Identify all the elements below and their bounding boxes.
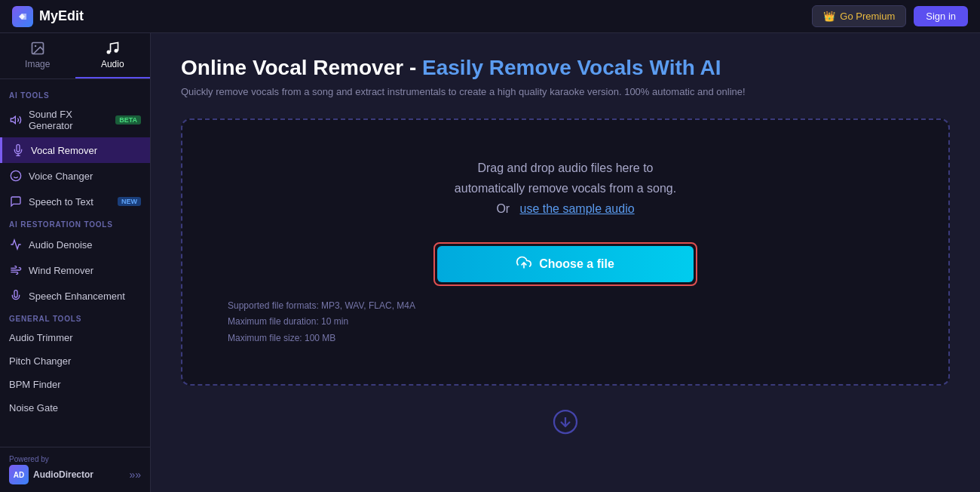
noise-gate-label: Noise Gate <box>9 402 58 414</box>
tab-audio[interactable]: Audio <box>75 33 151 78</box>
title-part2: Easily Remove Vocals With AI <box>422 56 721 79</box>
scroll-down-indicator <box>181 408 950 435</box>
audio-denoise-label: Audio Denoise <box>29 239 93 251</box>
audio-trimmer-label: Audio Trimmer <box>9 332 73 343</box>
powered-by-label: Powered by <box>9 455 141 463</box>
bpm-finder-label: BPM Finder <box>9 379 61 390</box>
speech-enhancement-icon <box>9 289 23 303</box>
sidebar: Image Audio AI TOOLS <box>0 33 151 492</box>
voice-changer-label: Voice Changer <box>29 171 93 182</box>
sidebar-item-wind-remover[interactable]: Wind Remover <box>0 257 150 283</box>
svg-point-2 <box>107 51 111 54</box>
download-circle-icon <box>552 408 579 435</box>
audiodirector-icon: AD <box>9 465 29 484</box>
audiodirector-brand: AudioDirector <box>33 469 93 480</box>
premium-label: Go Premium <box>840 11 895 22</box>
sound-fx-label: Sound FX Generator <box>29 109 109 131</box>
new-badge: NEW <box>118 197 141 206</box>
sidebar-item-vocal-remover[interactable]: Vocal Remover <box>0 137 150 163</box>
wind-remover-label: Wind Remover <box>29 265 93 276</box>
title-separator: - <box>409 56 422 79</box>
file-format-info: Supported file formats: MP3, WAV, FLAC, … <box>228 298 415 315</box>
audio-denoise-icon <box>9 238 23 251</box>
pitch-changer-label: Pitch Changer <box>9 355 71 367</box>
tab-image-label: Image <box>25 59 50 69</box>
svg-point-3 <box>115 49 118 53</box>
sample-audio-link[interactable]: use the sample audio <box>520 202 635 215</box>
file-info: Supported file formats: MP3, WAV, FLAC, … <box>228 298 415 347</box>
wind-remover-icon <box>9 263 23 277</box>
choose-file-button[interactable]: Choose a file <box>437 246 694 282</box>
image-tab-icon <box>30 41 45 56</box>
tab-audio-label: Audio <box>101 59 124 69</box>
sidebar-content: AI TOOLS Sound FX Generator BETA <box>0 79 150 447</box>
crown-icon: 👑 <box>823 11 835 22</box>
sound-fx-icon <box>9 113 23 127</box>
sidebar-tabs: Image Audio <box>0 33 150 79</box>
sidebar-item-speech-to-text[interactable]: Speech to Text NEW <box>0 189 150 214</box>
signin-button[interactable]: Sign in <box>914 6 968 26</box>
sidebar-item-audio-denoise[interactable]: Audio Denoise <box>0 232 150 257</box>
go-premium-button[interactable]: 👑 Go Premium <box>812 5 906 27</box>
audio-tab-icon <box>105 41 120 56</box>
svg-point-1 <box>35 45 37 48</box>
voice-changer-icon <box>9 169 23 183</box>
main-content: Online Vocal Remover - Easily Remove Voc… <box>151 33 980 492</box>
or-text: Or <box>496 202 510 215</box>
tab-image[interactable]: Image <box>0 33 75 78</box>
speech-to-text-icon <box>9 195 23 208</box>
speech-enhancement-label: Speech Enhancement <box>29 291 125 302</box>
logo: MyEdit <box>12 6 84 27</box>
sidebar-item-voice-changer[interactable]: Voice Changer <box>0 163 150 189</box>
dropzone[interactable]: Drag and drop audio files here toautomat… <box>181 118 950 386</box>
logo-icon <box>12 6 33 27</box>
sidebar-item-noise-gate[interactable]: Noise Gate <box>0 396 150 420</box>
vocal-remover-label: Vocal Remover <box>31 145 97 156</box>
choose-file-wrapper: Choose a file <box>433 242 697 286</box>
page-subtitle: Quickly remove vocals from a song and ex… <box>181 86 950 97</box>
page-title: Online Vocal Remover - Easily Remove Voc… <box>181 56 950 80</box>
topbar-actions: 👑 Go Premium Sign in <box>812 5 968 27</box>
sidebar-item-sound-fx[interactable]: Sound FX Generator BETA <box>0 103 150 137</box>
sidebar-item-pitch-changer[interactable]: Pitch Changer <box>0 349 150 373</box>
sidebar-footer: Powered by AD AudioDirector »» <box>0 447 150 492</box>
beta-badge: BETA <box>115 115 141 125</box>
file-duration-info: Maximum file duration: 10 min <box>228 314 415 331</box>
sidebar-item-speech-enhancement[interactable]: Speech Enhancement <box>0 283 150 309</box>
dropzone-text: Drag and drop audio files here toautomat… <box>455 158 676 220</box>
topbar: MyEdit 👑 Go Premium Sign in <box>0 0 980 33</box>
general-tools-label: GENERAL TOOLS <box>0 309 150 326</box>
svg-point-7 <box>11 171 20 180</box>
sidebar-item-bpm-finder[interactable]: BPM Finder <box>0 373 150 396</box>
main-layout: Image Audio AI TOOLS <box>0 33 980 492</box>
choose-file-label: Choose a file <box>539 257 614 271</box>
restoration-tools-label: AI RESTORATION TOOLS <box>0 214 150 232</box>
title-part1: Online Vocal Remover <box>181 56 403 79</box>
audiodirector-logo[interactable]: AD AudioDirector »» <box>9 465 141 484</box>
drag-text-line1: Drag and drop audio files here toautomat… <box>455 161 676 195</box>
svg-marker-4 <box>11 116 15 123</box>
vocal-remover-icon <box>11 143 25 157</box>
file-size-info: Maximum file size: 100 MB <box>228 331 415 347</box>
app-name: MyEdit <box>39 8 84 24</box>
upload-icon <box>516 255 531 273</box>
ai-tools-label: AI TOOLS <box>0 85 150 103</box>
speech-to-text-label: Speech to Text <box>29 196 93 208</box>
arrow-right-icon: »» <box>129 469 141 481</box>
sidebar-item-audio-trimmer[interactable]: Audio Trimmer <box>0 326 150 349</box>
